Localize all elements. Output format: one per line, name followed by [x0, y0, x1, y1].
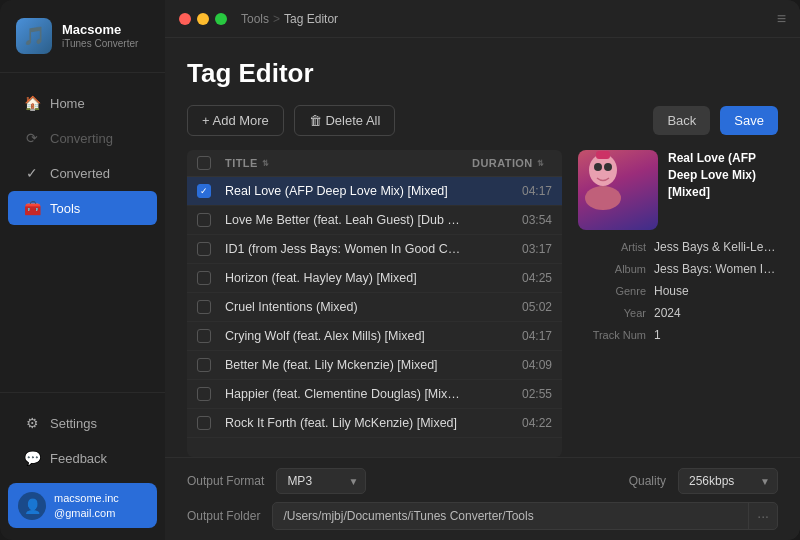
breadcrumb-current: Tag Editor	[284, 12, 338, 26]
track-title: Love Me Better (feat. Leah Guest) [Dub M…	[225, 213, 472, 227]
select-all-checkbox[interactable]	[197, 156, 211, 170]
minimize-button[interactable]	[197, 13, 209, 25]
format-select[interactable]: MP3AACFLACWAVAIFF	[276, 468, 366, 494]
track-duration: 04:17	[472, 329, 552, 343]
detail-panel: Real Love (AFP Deep Love Mix) [Mixed] Ar…	[578, 150, 778, 457]
track-checkbox[interactable]	[197, 213, 211, 227]
folder-input[interactable]	[273, 504, 748, 528]
detail-track-title: Real Love (AFP Deep Love Mix) [Mixed]	[668, 150, 778, 200]
header-checkbox[interactable]	[197, 156, 225, 170]
table-row[interactable]: Cruel Intentions (Mixed)05:02	[187, 293, 562, 322]
delete-all-button[interactable]: 🗑 Delete All	[294, 105, 396, 136]
format-row: Output Format MP3AACFLACWAVAIFF ▼ Qualit…	[187, 468, 778, 494]
settings-icon: ⚙	[24, 415, 40, 431]
user-email: macsome.inc @gmail.com	[54, 491, 119, 520]
title-sort-icon[interactable]: ⇅	[262, 159, 269, 168]
track-checkbox[interactable]	[197, 271, 211, 285]
sidebar-item-feedback[interactable]: 💬 Feedback	[8, 441, 157, 475]
table-row[interactable]: Real Love (AFP Deep Love Mix) [Mixed]04:…	[187, 177, 562, 206]
table-row[interactable]: Crying Wolf (feat. Alex Mills) [Mixed]04…	[187, 322, 562, 351]
app-subtitle: iTunes Converter	[62, 38, 138, 50]
track-checkbox[interactable]	[197, 329, 211, 343]
folder-row: Output Folder ···	[187, 502, 778, 530]
folder-input-wrapper: ···	[272, 502, 778, 530]
table-row[interactable]: ID1 (from Jess Bays: Women In Good Comp.…	[187, 235, 562, 264]
table-header: TITLE ⇅ DURATION ⇅	[187, 150, 562, 177]
titlebar-actions: ≡	[777, 10, 786, 28]
track-title: Cruel Intentions (Mixed)	[225, 300, 472, 314]
sidebar-item-converted[interactable]: ✓ Converted	[8, 156, 157, 190]
sidebar-item-home[interactable]: 🏠 Home	[8, 86, 157, 120]
row-checkbox-cell	[197, 329, 225, 343]
close-button[interactable]	[179, 13, 191, 25]
track-artwork	[578, 150, 658, 230]
menu-icon[interactable]: ≡	[777, 10, 786, 27]
folder-browse-button[interactable]: ···	[748, 503, 777, 529]
row-checkbox-cell	[197, 213, 225, 227]
sidebar-item-label: Home	[50, 96, 85, 111]
sidebar: 🎵 Macsome iTunes Converter 🏠 Home ⟳ Conv…	[0, 0, 165, 540]
titlebar: Tools > Tag Editor ≡	[165, 0, 800, 38]
table-row[interactable]: Rock It Forth (feat. Lily McKenzie) [Mix…	[187, 409, 562, 438]
page-title: Tag Editor	[187, 58, 778, 89]
track-duration: 04:22	[472, 416, 552, 430]
table-row[interactable]: Love Me Better (feat. Leah Guest) [Dub M…	[187, 206, 562, 235]
detail-field-row: AlbumJess Bays: Women In Goo	[578, 262, 778, 276]
sidebar-item-settings[interactable]: ⚙ Settings	[8, 406, 157, 440]
track-table-body: Real Love (AFP Deep Love Mix) [Mixed]04:…	[187, 177, 562, 457]
track-checkbox[interactable]	[197, 358, 211, 372]
track-checkbox[interactable]	[197, 242, 211, 256]
user-card[interactable]: 👤 macsome.inc @gmail.com	[8, 483, 157, 528]
add-more-button[interactable]: + Add More	[187, 105, 284, 136]
track-checkbox[interactable]	[197, 184, 211, 198]
header-title: TITLE ⇅	[225, 157, 472, 169]
table-row[interactable]: Better Me (feat. Lily Mckenzie) [Mixed]0…	[187, 351, 562, 380]
output-folder-label: Output Folder	[187, 509, 260, 523]
track-title: Better Me (feat. Lily Mckenzie) [Mixed]	[225, 358, 472, 372]
detail-field-row: ArtistJess Bays & Kelli-Leigh	[578, 240, 778, 254]
row-checkbox-cell	[197, 271, 225, 285]
row-checkbox-cell	[197, 184, 225, 198]
split-panel: TITLE ⇅ DURATION ⇅ Real Love (AFP Deep L…	[187, 150, 778, 457]
duration-sort-icon[interactable]: ⇅	[537, 159, 544, 168]
row-checkbox-cell	[197, 416, 225, 430]
track-duration: 04:17	[472, 184, 552, 198]
breadcrumb-parent[interactable]: Tools	[241, 12, 269, 26]
row-checkbox-cell	[197, 242, 225, 256]
save-button[interactable]: Save	[720, 106, 778, 135]
quality-label: Quality	[629, 474, 666, 488]
track-checkbox[interactable]	[197, 387, 211, 401]
app-info: Macsome iTunes Converter	[62, 22, 138, 50]
table-row[interactable]: Horizon (feat. Hayley May) [Mixed]04:25	[187, 264, 562, 293]
track-title: Rock It Forth (feat. Lily McKenzie) [Mix…	[225, 416, 472, 430]
detail-fields: ArtistJess Bays & Kelli-LeighAlbumJess B…	[578, 240, 778, 342]
header-duration: DURATION ⇅	[472, 157, 552, 169]
track-checkbox[interactable]	[197, 416, 211, 430]
field-value: Jess Bays: Women In Goo	[654, 262, 778, 276]
sidebar-item-label: Settings	[50, 416, 97, 431]
quality-select[interactable]: 128kbps192kbps256kbps320kbps	[678, 468, 778, 494]
track-duration: 04:25	[472, 271, 552, 285]
bottom-bar: Output Format MP3AACFLACWAVAIFF ▼ Qualit…	[165, 457, 800, 540]
sidebar-item-label: Converted	[50, 166, 110, 181]
row-checkbox-cell	[197, 358, 225, 372]
row-checkbox-cell	[197, 387, 225, 401]
back-button[interactable]: Back	[653, 106, 710, 135]
breadcrumb-separator: >	[273, 12, 280, 26]
converting-icon: ⟳	[24, 130, 40, 146]
table-row[interactable]: Happier (feat. Clementine Douglas) [Mixe…	[187, 380, 562, 409]
track-list-panel: TITLE ⇅ DURATION ⇅ Real Love (AFP Deep L…	[187, 150, 562, 457]
track-title: Horizon (feat. Hayley May) [Mixed]	[225, 271, 472, 285]
sidebar-bottom: ⚙ Settings 💬 Feedback 👤 macsome.inc @gma…	[0, 392, 165, 540]
field-label: Album	[578, 263, 646, 275]
maximize-button[interactable]	[215, 13, 227, 25]
sidebar-item-converting[interactable]: ⟳ Converting	[8, 121, 157, 155]
svg-rect-4	[596, 151, 610, 159]
detail-field-row: Track Num1	[578, 328, 778, 342]
svg-point-1	[585, 186, 621, 210]
sidebar-item-tools[interactable]: 🧰 Tools	[8, 191, 157, 225]
main-content: Tools > Tag Editor ≡ Tag Editor + Add Mo…	[165, 0, 800, 540]
track-checkbox[interactable]	[197, 300, 211, 314]
user-avatar: 👤	[18, 492, 46, 520]
breadcrumb: Tools > Tag Editor	[241, 12, 338, 26]
